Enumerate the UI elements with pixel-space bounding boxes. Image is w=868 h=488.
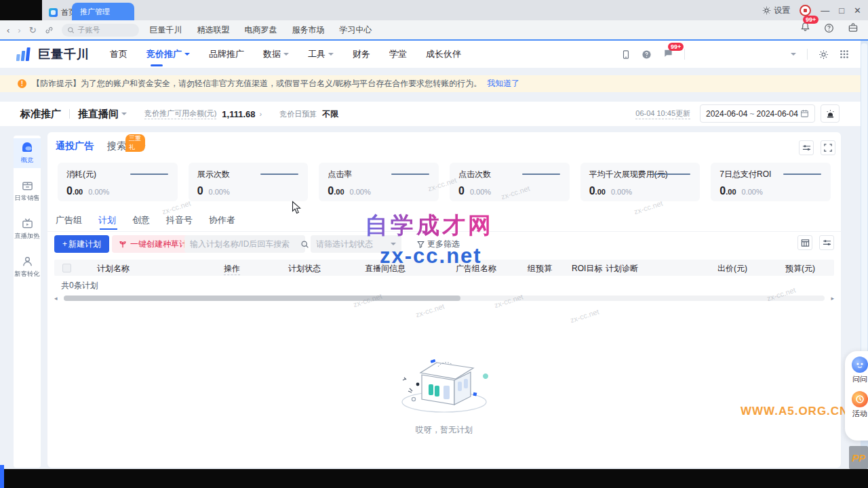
- date-end: 2024-06-04: [757, 109, 798, 119]
- tab-creatives[interactable]: 创意: [132, 214, 150, 226]
- mobile-icon[interactable]: [621, 49, 631, 60]
- bookmark-item[interactable]: 巨量千川: [150, 24, 182, 36]
- tab-collaborators[interactable]: 协作者: [209, 214, 235, 226]
- bookmark-item[interactable]: 学习中心: [340, 24, 372, 36]
- nav-item-home[interactable]: 首页: [110, 48, 127, 60]
- col-plan-status[interactable]: 计划状态: [288, 263, 321, 274]
- close-icon[interactable]: ✕: [854, 5, 861, 16]
- message-button[interactable]: 99+: [663, 48, 673, 60]
- back-icon[interactable]: ‹: [7, 25, 9, 35]
- stat-card-cost[interactable]: 消耗(元) 0.000.00%: [58, 163, 178, 201]
- tab-active-underline: [100, 228, 117, 230]
- browser-apps-icon[interactable]: [848, 23, 859, 33]
- vertical-scrollbar-thumb[interactable]: [861, 43, 867, 362]
- warning-dismiss-link[interactable]: 我知道了: [487, 78, 519, 89]
- addressbar-nav-icons: ‹ › ↻: [0, 25, 54, 35]
- site-logo-text: 巨量千川: [38, 46, 90, 62]
- sparkline: [391, 174, 429, 175]
- left-sidebar: 概览 日常销售 直播加热 新客转化: [14, 136, 41, 468]
- tab-plans[interactable]: 计划: [98, 214, 116, 226]
- sliders-icon: [823, 239, 831, 247]
- chevron-down-icon[interactable]: [121, 113, 127, 115]
- col-bid[interactable]: 出价(元): [717, 263, 747, 274]
- browser-help-icon[interactable]: [824, 23, 834, 33]
- apps-grid-icon[interactable]: [840, 49, 849, 59]
- scene-selector[interactable]: 推直播间: [78, 108, 119, 121]
- scrollbar-thumb[interactable]: [64, 296, 460, 301]
- empty-box-illustration: [393, 357, 495, 417]
- sidebar-item-label: 直播加热: [15, 232, 40, 241]
- bookmark-item[interactable]: 精选联盟: [197, 24, 230, 36]
- select-all-checkbox[interactable]: [62, 264, 71, 272]
- tab-general-ads[interactable]: 通投广告: [56, 140, 94, 152]
- package-icon: [21, 180, 34, 192]
- scrollbar-track[interactable]: [64, 296, 825, 301]
- col-budget[interactable]: 预算(元): [785, 263, 815, 274]
- sidebar-item-daily-sales[interactable]: 日常销售: [14, 176, 41, 206]
- plan-search-box: [184, 235, 305, 253]
- nav-item-academy[interactable]: 学堂: [389, 48, 407, 60]
- forward-icon[interactable]: ›: [18, 25, 20, 35]
- sidebar-item-overview[interactable]: 概览: [14, 138, 41, 168]
- ask-assistant-button[interactable]: 问问: [845, 357, 868, 384]
- link-icon[interactable]: [45, 26, 54, 35]
- col-plan-name[interactable]: 计划名称: [97, 263, 130, 274]
- stat-card-ctr[interactable]: 点击率 0.000.00%: [319, 163, 439, 201]
- list-customize-button[interactable]: [819, 235, 834, 250]
- fullscreen-button[interactable]: [821, 140, 835, 155]
- tab-ad-groups[interactable]: 广告组: [56, 214, 82, 226]
- chevron-down-icon[interactable]: [791, 53, 796, 56]
- browser-settings-button[interactable]: 设置: [762, 5, 790, 16]
- nav-item-partner[interactable]: 成长伙伴: [426, 48, 461, 60]
- alarm-button[interactable]: [821, 104, 840, 123]
- settings-gear-icon[interactable]: [818, 49, 829, 60]
- page-title: 标准推广: [20, 108, 61, 121]
- browser-tab-active[interactable]: 推广管理: [72, 3, 134, 20]
- nav-item-bidding[interactable]: 竞价推广: [146, 48, 190, 60]
- sparkline: [130, 174, 168, 175]
- calendar-icon: [800, 109, 809, 118]
- avatar[interactable]: [800, 5, 811, 16]
- scroll-left-icon[interactable]: ◂: [54, 295, 58, 302]
- new-plan-button[interactable]: + 新建计划: [54, 235, 109, 253]
- stat-card-impressions[interactable]: 展示次数 00.00%: [189, 163, 309, 201]
- col-group-budget[interactable]: 组预算: [528, 263, 552, 274]
- col-plan-diagnosis[interactable]: 计划诊断: [606, 263, 638, 274]
- nav-item-tools[interactable]: 工具: [308, 48, 334, 60]
- browser-notification-button[interactable]: 99+: [800, 22, 810, 34]
- nav-item-data[interactable]: 数据: [263, 48, 289, 60]
- nav-item-finance[interactable]: 财务: [353, 48, 370, 60]
- chevron-down-icon: [283, 53, 289, 56]
- sidebar-item-live-heating[interactable]: 直播加热: [14, 214, 41, 244]
- bookmark-item[interactable]: 服务市场: [292, 24, 325, 36]
- divider: [69, 109, 70, 119]
- chevron-right-icon[interactable]: ›: [260, 110, 262, 118]
- search-icon[interactable]: [300, 240, 309, 249]
- col-roi-target[interactable]: ROI目标: [572, 263, 602, 274]
- date-range-picker[interactable]: 2024-06-04 ~ 2024-06-04: [700, 104, 815, 123]
- metrics-customize-button[interactable]: [799, 140, 814, 155]
- activity-button[interactable]: 活动: [845, 391, 868, 419]
- site-logo[interactable]: 巨量千川: [16, 46, 90, 62]
- tab-douyin-account[interactable]: 抖音号: [166, 214, 193, 226]
- help-icon[interactable]: [642, 49, 652, 60]
- logo-bars-icon: [16, 46, 34, 62]
- maximize-icon[interactable]: □: [839, 5, 844, 16]
- pp-logo-badge[interactable]: PP: [849, 446, 868, 469]
- chevron-down-icon: [328, 53, 334, 56]
- col-actions[interactable]: 操作: [224, 263, 240, 275]
- refresh-icon[interactable]: ↻: [29, 25, 37, 35]
- column-settings-button[interactable]: [797, 235, 812, 250]
- scroll-right-icon[interactable]: ▸: [831, 295, 834, 302]
- stat-card-cpm[interactable]: 平均千次展现费用(元) 0.000.00%: [580, 163, 701, 201]
- stat-card-roi[interactable]: 7日总支付ROI 0.000.00%: [711, 163, 831, 201]
- plan-search-input[interactable]: [184, 239, 300, 249]
- address-search-box[interactable]: 子账号: [62, 24, 139, 37]
- divider: [807, 49, 808, 60]
- sparkline: [260, 174, 298, 175]
- minimize-icon[interactable]: —: [821, 5, 829, 16]
- nav-item-brand[interactable]: 品牌推广: [209, 48, 244, 60]
- sidebar-item-new-customer[interactable]: 新客转化: [14, 252, 41, 282]
- bookmark-item[interactable]: 电商罗盘: [245, 24, 277, 36]
- navbar-right-tools: 99+: [621, 41, 849, 68]
